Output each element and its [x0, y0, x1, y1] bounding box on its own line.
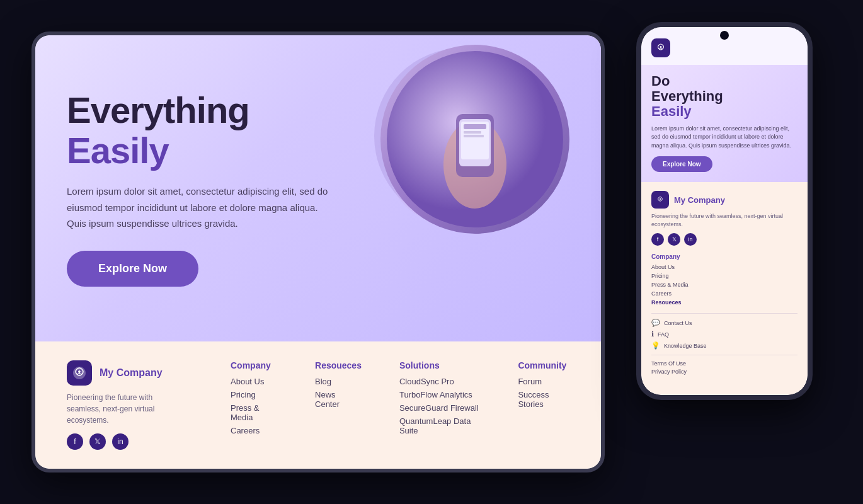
footer-item-secureguard[interactable]: SecureGuard Firewall: [399, 403, 480, 413]
phone-footer-col-company: Company About Us Pricing Press & Media C…: [651, 253, 689, 308]
footer-item-forum[interactable]: Forum: [518, 377, 569, 386]
phone-company-logo-icon: [655, 42, 666, 54]
svg-point-8: [78, 370, 81, 373]
phone-item-pricing[interactable]: Pricing: [651, 273, 689, 279]
tablet-hero: Everything Easily Lorem ipsum dolor sit …: [35, 35, 601, 341]
footer-item-quantumleap[interactable]: QuantumLeap Data Suite: [399, 416, 480, 435]
footer-col-community-list: Forum Success Stories: [518, 377, 569, 409]
phone-explore-button[interactable]: Explore Now: [651, 156, 712, 172]
phone-screen: Do Everything Easily Lorem ipsum dolor s…: [641, 27, 808, 395]
phone-brand-desc: Pioneering the future with seamless, nex…: [651, 212, 797, 228]
phone-facebook-icon[interactable]: f: [651, 233, 664, 246]
kb-icon: 💡: [651, 341, 660, 350]
footer-item-careers[interactable]: Careers: [231, 426, 277, 435]
phone-hero: Do Everything Easily Lorem ipsum dolor s…: [641, 65, 808, 182]
facebook-icon[interactable]: f: [67, 433, 83, 450]
footer-col-resources-heading: Resoueces: [315, 360, 362, 370]
tablet-footer: My Company Pioneering the future with se…: [35, 341, 601, 469]
phone-privacy-link[interactable]: Privacy Policy: [651, 369, 797, 375]
phone-hero-title-easily: Easily: [651, 104, 797, 119]
footer-col-solutions-list: CloudSync Pro TurboFlow Analytics Secure…: [399, 377, 480, 435]
phone-twitter-icon[interactable]: 𝕏: [668, 233, 680, 246]
phone-item-resources-header: Resoueces: [651, 299, 689, 306]
linkedin-icon[interactable]: in: [112, 433, 129, 450]
footer-col-company-list: About Us Pricing Press & Media Careers: [231, 377, 277, 435]
brand-description: Pioneering the future with seamless, nex…: [67, 392, 186, 426]
phone-item-about[interactable]: About Us: [651, 264, 689, 270]
phone-item-press[interactable]: Press & Media: [651, 282, 689, 288]
phone-kb-label: Knowledge Base: [664, 343, 707, 349]
faq-icon: ℹ: [651, 330, 654, 338]
footer-brand: My Company Pioneering the future with se…: [67, 360, 193, 450]
phone-notch: [720, 31, 729, 40]
svg-rect-6: [464, 131, 481, 134]
phone-footer-links: Terms Of Use Privacy Policy: [651, 355, 797, 375]
footer-col-company-heading: Company: [231, 360, 277, 370]
phone-item-careers[interactable]: Careers: [651, 290, 689, 297]
tablet-hero-content: Everything Easily Lorem ipsum dolor sit …: [67, 90, 331, 286]
phone-hero-title-everything: Everything: [651, 89, 797, 104]
hero-title-dark: Everything: [67, 90, 331, 130]
hand-phone-illustration: [387, 51, 563, 227]
phone-device: Do Everything Easily Lorem ipsum dolor s…: [636, 22, 813, 400]
footer-item-pricing[interactable]: Pricing: [231, 390, 277, 399]
footer-item-turboflow[interactable]: TurboFlow Analytics: [399, 390, 480, 399]
tablet-device: Everything Easily Lorem ipsum dolor sit …: [31, 32, 605, 472]
tablet-screen: Everything Easily Lorem ipsum dolor sit …: [35, 35, 601, 469]
phone-footer-logo: [651, 191, 669, 209]
phone-contact-item[interactable]: 💬 Contact Us: [651, 319, 797, 327]
phone-footer-logo-icon: [656, 195, 665, 204]
phone-hero-title-do: Do: [651, 74, 797, 89]
footer-item-cloudsync[interactable]: CloudSync Pro: [399, 377, 480, 386]
svg-point-10: [660, 198, 661, 200]
brand-name-text: My Company: [100, 367, 163, 379]
phone-hero-description: Lorem ipsum dolor sit amet, consectetur …: [651, 125, 797, 151]
footer-col-resources: Resoueces Blog News Center: [315, 360, 362, 450]
phone-terms-link[interactable]: Terms Of Use: [651, 360, 797, 367]
scene: Everything Easily Lorem ipsum dolor sit …: [0, 0, 863, 504]
footer-col-company: Company About Us Pricing Press & Media C…: [231, 360, 277, 450]
footer-item-news[interactable]: News Center: [315, 390, 362, 409]
footer-col-resources-list: Blog News Center: [315, 377, 362, 409]
footer-col-solutions-heading: Solutions: [399, 360, 480, 370]
social-icons: f 𝕏 in: [67, 433, 193, 450]
hero-image-container: [343, 45, 569, 284]
footer-item-success[interactable]: Success Stories: [518, 390, 569, 409]
phone-linkedin-icon[interactable]: in: [684, 233, 697, 246]
phone-social-icons: f 𝕏 in: [651, 233, 797, 246]
hero-title-purple: Easily: [67, 130, 331, 171]
footer-item-press[interactable]: Press & Media: [231, 403, 277, 422]
phone-brand-logo: [651, 38, 670, 57]
phone-company-heading: Company: [651, 253, 689, 260]
footer-brand-header: My Company: [67, 360, 193, 386]
phone-kb-item[interactable]: 💡 Knowledge Base: [651, 341, 797, 350]
phone-contact-label: Contact Us: [664, 320, 692, 326]
phone-company-list: About Us Pricing Press & Media Careers R…: [651, 264, 689, 306]
phone-footer: My Company Pioneering the future with se…: [641, 182, 808, 395]
phone-footer-columns: Company About Us Pricing Press & Media C…: [651, 253, 797, 308]
brand-logo: [67, 360, 92, 386]
contact-icon: 💬: [651, 319, 660, 327]
footer-col-solutions: Solutions CloudSync Pro TurboFlow Analyt…: [399, 360, 480, 450]
hero-description: Lorem ipsum dolor sit amet, consectetur …: [67, 183, 331, 232]
svg-rect-5: [464, 124, 486, 129]
company-logo-icon: [72, 365, 87, 381]
footer-col-community-heading: Community: [518, 360, 569, 370]
phone-faq-item[interactable]: ℹ FAQ: [651, 330, 797, 338]
phone-footer-brand: My Company: [651, 191, 797, 209]
phone-brand-name: My Company: [674, 195, 725, 205]
phone-faq-label: FAQ: [658, 331, 669, 338]
explore-button[interactable]: Explore Now: [67, 251, 198, 287]
hero-circle: [380, 45, 569, 234]
footer-item-about[interactable]: About Us: [231, 377, 277, 386]
svg-point-9: [660, 46, 662, 48]
phone-resources-section: 💬 Contact Us ℹ FAQ 💡 Knowledge Base: [651, 313, 797, 350]
svg-rect-7: [464, 135, 484, 137]
footer-col-community: Community Forum Success Stories: [518, 360, 569, 450]
twitter-icon[interactable]: 𝕏: [89, 433, 106, 450]
footer-item-blog[interactable]: Blog: [315, 377, 362, 386]
